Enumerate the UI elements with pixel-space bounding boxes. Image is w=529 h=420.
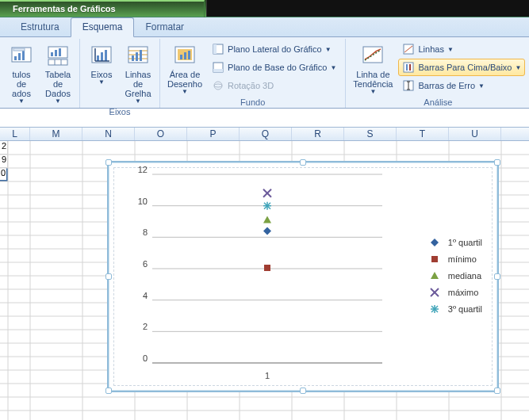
chart-titles-button[interactable]: tulos de ados ▼ [5, 40, 38, 105]
legend-label: mínimo [448, 254, 477, 264]
col-header[interactable]: Q [240, 128, 292, 140]
legend-item[interactable]: mediana [427, 271, 482, 281]
chevron-down-icon: ▼ [182, 89, 188, 95]
rotacao-3d-button: Rotação 3D [208, 77, 340, 94]
svg-rect-14 [101, 52, 103, 61]
chevron-down-icon: ▼ [478, 82, 485, 90]
svg-rect-9 [48, 59, 67, 65]
error-bars-icon [402, 79, 415, 92]
tab-esquema[interactable]: Esquema [71, 17, 135, 37]
svg-rect-6 [51, 52, 53, 56]
col-header[interactable]: L [0, 128, 30, 140]
svg-rect-23 [136, 52, 138, 61]
rotate-3d-icon [212, 79, 224, 92]
legend-item[interactable]: 1º quartil [427, 238, 482, 247]
legend-item[interactable]: mínimo [427, 254, 482, 264]
trendline-button[interactable]: Linha de Tendência ▼ [351, 40, 395, 96]
ribbon-tabs: Estrutura Esquema Formatar [0, 17, 529, 37]
gridlines-icon [125, 43, 151, 68]
svg-rect-22 [132, 55, 134, 61]
group-title-fundo: Fundo [165, 96, 340, 109]
legend-label: máximo [448, 288, 479, 297]
svg-rect-40 [404, 63, 413, 72]
context-title-bar: Ferramentas de Gráficos [0, 0, 529, 17]
plot-area-icon [172, 43, 197, 68]
spreadsheet-area[interactable]: L M N O P Q R S T U 2 9 0 [0, 127, 529, 420]
chevron-down-icon: ▼ [135, 98, 141, 105]
legend-item[interactable]: 3º quartil [427, 304, 482, 314]
lines-icon [402, 43, 415, 55]
col-header[interactable]: T [397, 128, 449, 140]
svg-rect-13 [97, 55, 99, 61]
group-fundo: Área de Desenho ▼ Plano Lateral do Gráfi… [160, 39, 346, 108]
col-header[interactable]: M [30, 128, 82, 140]
group-title-analise: Análise [351, 96, 525, 109]
svg-rect-41 [406, 64, 408, 71]
plano-lateral-button[interactable]: Plano Lateral do Gráfico ▼ [208, 40, 340, 58]
side-wall-icon [212, 43, 224, 55]
x-category-label: 1 [152, 371, 382, 380]
group-title-eixos: Eixos [85, 105, 155, 119]
svg-rect-89 [431, 256, 438, 262]
group-analise: Linha de Tendência ▼ Linhas ▼ Barras Par… [346, 39, 529, 108]
chevron-down-icon: ▼ [370, 89, 376, 95]
col-header[interactable]: P [187, 128, 240, 140]
updown-bars-button[interactable]: Barras Para Cima/Baixo ▼ [398, 59, 525, 76]
svg-rect-29 [188, 51, 190, 59]
chevron-down-icon: ▼ [325, 46, 332, 53]
legend-label: mediana [448, 271, 481, 281]
chart-object[interactable]: 024681012 1 1º quartilmínimomedianamáxim… [107, 161, 499, 392]
col-header[interactable]: N [82, 128, 135, 140]
col-header[interactable]: U [449, 128, 501, 140]
linhas-button[interactable]: Linhas ▼ [398, 40, 525, 58]
plot-area[interactable]: 024681012 1 [152, 174, 382, 363]
col-header[interactable]: R [292, 128, 344, 140]
chevron-down-icon: ▼ [55, 98, 61, 105]
legend-item[interactable]: máximo [427, 288, 482, 297]
svg-rect-1 [14, 56, 17, 60]
plot-area-button[interactable]: Área de Desenho ▼ [165, 40, 205, 96]
col-header[interactable]: S [344, 128, 397, 140]
svg-rect-42 [409, 64, 411, 71]
col-header[interactable]: O [135, 128, 187, 140]
data-table-icon [45, 43, 71, 68]
floor-icon [212, 61, 224, 74]
plano-base-button[interactable]: Plano de Base do Gráfico ▼ [208, 59, 340, 76]
axes-icon [89, 43, 114, 68]
axes-button[interactable]: Eixos ▼ [85, 40, 118, 86]
updown-bars-icon [402, 61, 415, 74]
svg-rect-28 [184, 52, 186, 59]
svg-point-35 [214, 84, 222, 87]
legend-label: 3º quartil [448, 304, 482, 314]
tab-estrutura[interactable]: Estrutura [10, 18, 71, 36]
chevron-down-icon: ▼ [18, 98, 25, 105]
svg-rect-15 [105, 50, 107, 61]
chart-legend[interactable]: 1º quartilmínimomedianamáximo3º quartil [427, 238, 482, 321]
svg-rect-27 [180, 55, 182, 59]
svg-rect-31 [213, 44, 217, 54]
error-bars-button[interactable]: Barras de Erro ▼ [398, 77, 525, 94]
chart-titles-icon [9, 43, 34, 68]
ribbon: tulos de ados ▼ Tabela de Dados ▼ Eixos … [0, 37, 529, 109]
svg-rect-86 [264, 265, 270, 271]
svg-rect-7 [55, 50, 57, 56]
legend-label: 1º quartil [448, 238, 482, 247]
svg-rect-2 [18, 53, 21, 60]
svg-rect-3 [22, 51, 25, 60]
chevron-down-icon: ▼ [447, 46, 454, 53]
tab-formatar[interactable]: Formatar [134, 18, 195, 36]
data-table-button[interactable]: Tabela de Dados ▼ [41, 40, 75, 105]
svg-rect-33 [213, 69, 223, 72]
y-axis-labels: 024681012 [130, 170, 151, 368]
svg-rect-8 [59, 48, 61, 56]
group-labels: tulos de ados ▼ Tabela de Dados ▼ [0, 39, 80, 108]
gridlines-button[interactable]: Linhas de Grelha ▼ [121, 40, 155, 105]
svg-rect-24 [140, 50, 142, 61]
column-headers: L M N O P Q R S T U [0, 127, 529, 141]
svg-rect-4 [13, 48, 25, 51]
chevron-down-icon: ▼ [98, 79, 105, 86]
chevron-down-icon: ▼ [515, 64, 521, 71]
svg-point-34 [214, 82, 222, 90]
group-eixos: Eixos ▼ Linhas de Grelha ▼ Eixos [80, 39, 160, 108]
chevron-down-icon: ▼ [330, 64, 336, 71]
